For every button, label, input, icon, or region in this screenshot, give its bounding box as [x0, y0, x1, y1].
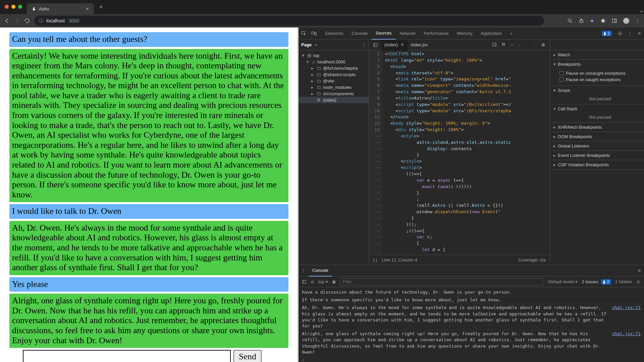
console-settings-icon[interactable]: [636, 280, 641, 284]
page-viewport[interactable]: Can you tell me about the other guests?C…: [0, 27, 299, 362]
debug-section[interactable]: ▸Global Listeners: [550, 141, 644, 150]
devtools-tab-memory[interactable]: Memory: [453, 27, 477, 40]
log-source-link[interactable]: chat.jsx:71: [612, 331, 641, 337]
devtools-tab-application[interactable]: Application: [477, 27, 506, 40]
tree-folder[interactable]: ▸🗀node_modules: [299, 84, 369, 90]
chat-composer: Send: [23, 350, 288, 362]
live-expression-icon[interactable]: ◉: [332, 279, 336, 284]
maximize-window-button[interactable]: [18, 5, 22, 9]
log-source-link[interactable]: chat.jsx:71: [612, 305, 641, 311]
deactivate-breakpoints-icon[interactable]: ⬣: [541, 42, 545, 47]
code-content: <!DOCTYPE html> <html lang="en" style="h…: [382, 50, 550, 255]
send-button[interactable]: Send: [233, 350, 262, 362]
tree-folder[interactable]: ▸🗀@fs/Users/stepha: [299, 65, 369, 71]
console-log-line: have a discussion about the future of te…: [302, 289, 641, 296]
close-drawer-icon[interactable]: ✕: [638, 268, 641, 273]
back-button[interactable]: [4, 18, 10, 24]
share-icon[interactable]: [579, 18, 584, 23]
devtools-tab-elements[interactable]: Elements: [321, 27, 347, 40]
step-icon[interactable]: →: [532, 42, 537, 47]
assistant-message: Ah, Dr. Owen. He's always in the mood fo…: [9, 221, 288, 275]
pretty-print-icon[interactable]: { }: [373, 257, 377, 262]
watch-section[interactable]: ▸Watch: [550, 50, 644, 59]
toggle-sidebar-icon[interactable]: [492, 42, 497, 47]
console-drawer-tab[interactable]: Console: [309, 265, 332, 277]
gutter: 1 2 3 4 5 6 7 8 9 10 11 12 13 – – – – – …: [369, 50, 382, 255]
devtools-tab-performance[interactable]: Performance: [420, 27, 452, 40]
tree-top[interactable]: top: [313, 53, 319, 58]
editor-tab[interactable]: index.jsx: [408, 40, 431, 50]
page-tab[interactable]: Page: [301, 42, 312, 47]
search-icon[interactable]: [567, 18, 573, 23]
inspect-element-icon[interactable]: [301, 31, 311, 36]
pause-icon[interactable]: [501, 42, 505, 47]
close-devtools-icon[interactable]: ✕: [638, 31, 641, 36]
close-editor-tab-icon[interactable]: ✕: [400, 42, 404, 47]
devtools-tab-console[interactable]: Console: [347, 27, 372, 40]
browser-tab[interactable]: Astro ✕: [27, 3, 94, 14]
close-tab-icon[interactable]: ✕: [86, 6, 89, 11]
viewport-resizer[interactable]: [297, 27, 299, 362]
console-filter-input[interactable]: [340, 278, 544, 286]
log-levels-selector[interactable]: Default levels ▾: [548, 279, 578, 284]
reload-button[interactable]: [24, 18, 30, 24]
issues-badge[interactable]: ▮ 2: [602, 31, 612, 36]
devtools-tab-network[interactable]: Network: [396, 27, 420, 40]
toggle-navigator-icon[interactable]: [371, 43, 380, 47]
bookmark-icon[interactable]: ★: [590, 18, 594, 23]
close-window-button[interactable]: [5, 5, 9, 9]
tab-overflow-icon[interactable]: ⌄: [639, 7, 644, 14]
callstack-section[interactable]: ▾Call Stack: [550, 104, 644, 113]
debug-section[interactable]: ▸XHR/fetch Breakpoints: [550, 123, 644, 132]
svg-rect-13: [502, 43, 503, 46]
debug-section[interactable]: ▸DOM Breakpoints: [550, 132, 644, 141]
debug-section[interactable]: ▸Event Listener Breakpoints: [550, 151, 644, 160]
console-output[interactable]: have a discussion about the future of te…: [299, 287, 644, 362]
file-tree[interactable]: ▾▤top ▾◇localhost:3000 ▸🗀@fs/Users/steph…: [299, 50, 369, 265]
scope-section[interactable]: ▾Scope: [550, 86, 644, 95]
navigator-menu-icon[interactable]: ⋮: [362, 42, 366, 47]
site-info-icon[interactable]: ⓘ: [39, 18, 44, 24]
more-tabs-icon[interactable]: »: [506, 31, 516, 36]
step-into-icon[interactable]: ↓: [519, 42, 521, 47]
step-over-icon[interactable]: ⤼: [510, 42, 514, 47]
console-prompt[interactable]: ›: [302, 356, 641, 362]
extensions-icon[interactable]: [600, 18, 606, 23]
tree-host[interactable]: localhost:3000: [317, 59, 345, 64]
chat-input[interactable]: [23, 350, 231, 362]
profile-avatar[interactable]: [623, 18, 629, 24]
toolbar-actions: ★ ⋮: [567, 18, 640, 24]
console-issues[interactable]: 2 Issues: ▮ 2: [582, 279, 611, 285]
new-tab-button[interactable]: +: [96, 4, 106, 11]
step-out-icon[interactable]: ↑: [526, 42, 528, 47]
side-panel-icon[interactable]: [612, 18, 617, 23]
pause-uncaught-checkbox[interactable]: Pause on uncaught exceptions: [559, 70, 641, 76]
breakpoints-section[interactable]: ▾Breakpoints: [550, 60, 644, 69]
settings-icon[interactable]: [617, 31, 623, 36]
context-selector[interactable]: top ▾: [318, 279, 328, 284]
file-navigator: Page » ⋮ ▾▤top ▾◇localhost:3000 ▸🗀@fs/Us…: [299, 40, 369, 265]
pause-caught-checkbox[interactable]: Pause on caught exceptions: [559, 76, 641, 83]
minimize-window-button[interactable]: [11, 5, 15, 9]
devtools-tab-sources[interactable]: Sources: [372, 27, 396, 40]
chat-transcript: Can you tell me about the other guests?C…: [9, 32, 288, 348]
editor-status-bar: { } Line 11, Column 4 Coverage: n/a: [369, 255, 550, 265]
address-bar[interactable]: ⓘ localhost:3000: [34, 16, 544, 26]
tree-folder[interactable]: ▸🗀@id/astro:scripts: [299, 71, 369, 78]
svg-rect-3: [612, 19, 616, 23]
dock-menu-icon[interactable]: ⋮: [628, 31, 632, 36]
tree-folder[interactable]: ▸🗀@vite: [299, 78, 369, 84]
tree-folder[interactable]: ▸🗀src/components: [299, 90, 369, 97]
editor-tab[interactable]: (index)✕: [381, 40, 408, 50]
tree-file-index[interactable]: 🗎(index): [299, 97, 369, 103]
drawer-menu-icon[interactable]: ⋮: [301, 268, 306, 273]
code-area[interactable]: 1 2 3 4 5 6 7 8 9 10 11 12 13 – – – – – …: [369, 50, 550, 255]
forward-button[interactable]: [14, 18, 20, 24]
menu-icon[interactable]: ⋮: [635, 18, 640, 23]
device-toolbar-icon[interactable]: [311, 31, 321, 36]
clear-console-icon[interactable]: ⊘: [311, 279, 314, 284]
sources-panel: Page » ⋮ ▾▤top ▾◇localhost:3000 ▸🗀@fs/Us…: [299, 40, 644, 265]
more-navigator-tabs-icon[interactable]: »: [315, 42, 317, 47]
console-sidebar-icon[interactable]: [302, 280, 307, 284]
debug-section[interactable]: ▸CSP Violation Breakpoints: [550, 160, 644, 169]
